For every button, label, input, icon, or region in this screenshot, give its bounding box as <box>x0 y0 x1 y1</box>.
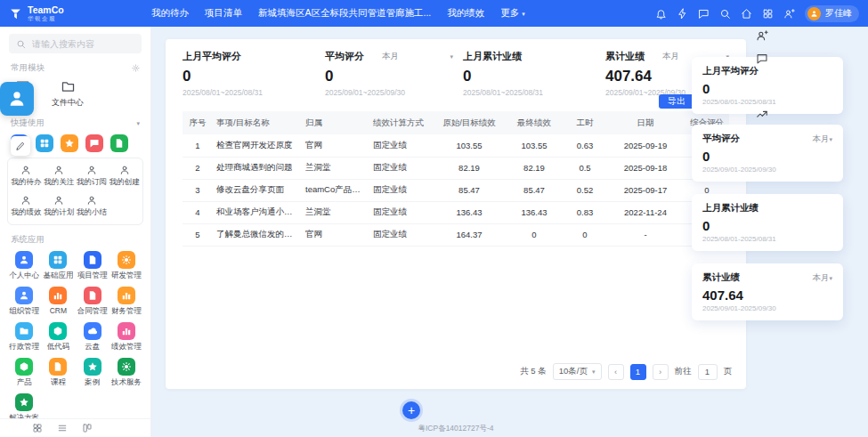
quick-app[interactable] <box>36 134 53 152</box>
gear-icon[interactable] <box>132 64 140 72</box>
topnav-item[interactable]: 我的待办 <box>151 7 189 20</box>
table-row[interactable]: 4和业场客户沟通小程...兰洞堂固定业绩136.43136.430.832022… <box>183 201 729 223</box>
gear-icon <box>132 64 140 72</box>
stat-header: 累计业绩本月 ▾ <box>702 271 832 284</box>
pagination-total: 共 5 条 <box>520 366 547 377</box>
quick-app[interactable] <box>85 134 103 152</box>
column-header: 序号 <box>183 111 213 134</box>
kanban-view-button[interactable] <box>82 423 93 433</box>
app-item[interactable]: 绩效管理 <box>110 322 143 352</box>
table-cell: 103.55 <box>505 134 564 157</box>
user-chip[interactable]: 罗佳峰 <box>805 5 859 22</box>
topnav-item[interactable]: 新城填海区A区全标段共同管道管廊施工... <box>258 7 431 20</box>
stat-header: 上月累计业绩 <box>463 50 605 63</box>
table-row[interactable]: 1检查官网开发还原度官网固定业绩103.55103.550.632025-09-… <box>183 134 729 157</box>
next-page-button[interactable]: › <box>653 364 669 380</box>
topnav-item[interactable]: 我的绩效 <box>447 7 484 20</box>
current-page-button[interactable]: 1 <box>630 364 646 380</box>
flash-button[interactable] <box>677 8 688 20</box>
person-plus-button[interactable] <box>783 8 795 20</box>
table-cell: teamCo产品研发 <box>302 179 369 201</box>
table-cell: 2025-09-17 <box>606 179 685 201</box>
app-item[interactable]: 行政管理 <box>7 322 41 352</box>
stat-date-range: 2025/08/01-2025/08/31 <box>702 98 832 106</box>
app-item[interactable]: 组织管理 <box>7 287 41 317</box>
sidebar-common-item[interactable]: 文件中心 <box>52 79 84 109</box>
app-item[interactable]: 案例 <box>76 358 110 388</box>
table-row[interactable]: 2处理商城遇到的问题兰洞堂固定业绩82.1982.190.52025-09-18… <box>183 157 729 179</box>
chat-button[interactable] <box>698 8 710 20</box>
app-item[interactable]: 合同管理 <box>76 287 110 317</box>
gear-icon <box>118 251 135 269</box>
search-button[interactable] <box>719 8 731 20</box>
app-item[interactable]: 产品 <box>7 358 41 388</box>
my-item-label: 我的绩效 <box>11 207 41 218</box>
grid-icon <box>49 251 67 269</box>
sidebar-my-item[interactable]: 我的待办 <box>10 165 43 188</box>
table-cell: 2022-11-24 <box>606 201 685 223</box>
star-icon <box>64 138 75 149</box>
search-box[interactable] <box>9 34 142 53</box>
export-button[interactable]: 导出 <box>659 94 694 109</box>
performance-table: 序号事项/目标名称归属绩效计算方式原始/目标绩效最终绩效工时日期综合评分 1检查… <box>183 111 729 247</box>
sidebar-my-item[interactable]: 我的创建 <box>108 165 141 188</box>
stat-date-range: 2025/08/01~2025/08/31 <box>183 88 325 97</box>
sidebar-my-item[interactable]: 我的订阅 <box>76 165 109 188</box>
topnav-item[interactable]: 更多▾ <box>500 7 525 20</box>
person-icon <box>15 287 33 304</box>
person-plus-dock-button[interactable] <box>756 29 768 42</box>
stat-value: 0 <box>702 218 832 233</box>
prev-page-button[interactable]: ‹ <box>608 364 624 380</box>
period-select[interactable]: 本月 ▾ <box>812 272 832 284</box>
page-size-select[interactable]: 10条/页 ▾ <box>553 363 602 380</box>
floating-edit-widget[interactable] <box>11 136 30 156</box>
app-item[interactable]: 云盘 <box>76 322 110 352</box>
grid-icon <box>762 8 774 20</box>
app-item[interactable]: 基础应用 <box>41 251 75 281</box>
quick-app[interactable] <box>110 134 128 152</box>
table-cell: 136.43 <box>434 201 505 223</box>
table-cell: 0 <box>564 223 606 246</box>
trend-dock-button[interactable] <box>756 108 768 120</box>
app-item[interactable]: 个人中心 <box>7 251 41 281</box>
topnav-item[interactable]: 项目清单 <box>205 7 242 20</box>
app-item[interactable]: 低代码 <box>41 322 75 352</box>
logo[interactable]: TeamCo 华银企服 <box>0 5 151 22</box>
my-item-label: 我的计划 <box>44 207 74 218</box>
add-fab-button[interactable]: + <box>402 401 420 419</box>
table-cell: 0.83 <box>564 201 606 223</box>
sidebar-my-item[interactable]: 我的计划 <box>43 195 76 218</box>
chevron-down-icon[interactable]: ▾ <box>136 120 140 126</box>
table-row[interactable]: 5了解曼总微信发的关...官网固定业绩164.3700-0 <box>183 223 729 246</box>
app-item[interactable]: 项目管理 <box>76 251 110 281</box>
period-select[interactable]: 本月 ▾ <box>382 51 453 62</box>
app-item[interactable]: 课程 <box>41 358 75 388</box>
bell-button[interactable] <box>655 8 667 20</box>
list-view-button[interactable] <box>57 423 68 433</box>
app-item[interactable]: 财务管理 <box>110 287 143 317</box>
grid-button[interactable] <box>762 8 774 20</box>
quick-app[interactable] <box>61 134 78 152</box>
sidebar-my-item[interactable]: 我的小结 <box>76 195 109 218</box>
app-item[interactable]: CRM <box>41 287 75 317</box>
table-row[interactable]: 3修改云盘分享页面teamCo产品研发固定业绩85.4785.470.52202… <box>183 179 729 201</box>
chat-dock-button[interactable] <box>756 53 768 65</box>
search-input[interactable] <box>30 38 134 50</box>
floating-avatar-widget[interactable] <box>0 82 34 116</box>
app-item-label: 案例 <box>85 377 100 388</box>
period-select[interactable]: 本月 ▾ <box>812 134 832 145</box>
home-button[interactable] <box>741 8 752 20</box>
sidebar-my-item[interactable]: 我的关注 <box>43 165 76 188</box>
topnav-item-label: 更多 <box>500 7 519 20</box>
performance-panel: 上月平均评分02025/08/01~2025/08/31平均评分本月 ▾0202… <box>166 39 746 389</box>
goto-page-input[interactable]: 1 <box>698 364 718 380</box>
chat-icon <box>89 138 100 149</box>
avatar <box>807 7 821 20</box>
stat-header: 上月平均评分 <box>183 50 325 63</box>
grid-view-button[interactable] <box>32 423 43 433</box>
stat-date-range: 2025/09/01-2025/09/30 <box>702 304 832 312</box>
table-cell: 固定业绩 <box>369 134 434 157</box>
app-item[interactable]: 技术服务 <box>110 358 143 388</box>
app-item[interactable]: 研发管理 <box>110 251 143 281</box>
sidebar-my-item[interactable]: 我的绩效 <box>10 195 43 218</box>
